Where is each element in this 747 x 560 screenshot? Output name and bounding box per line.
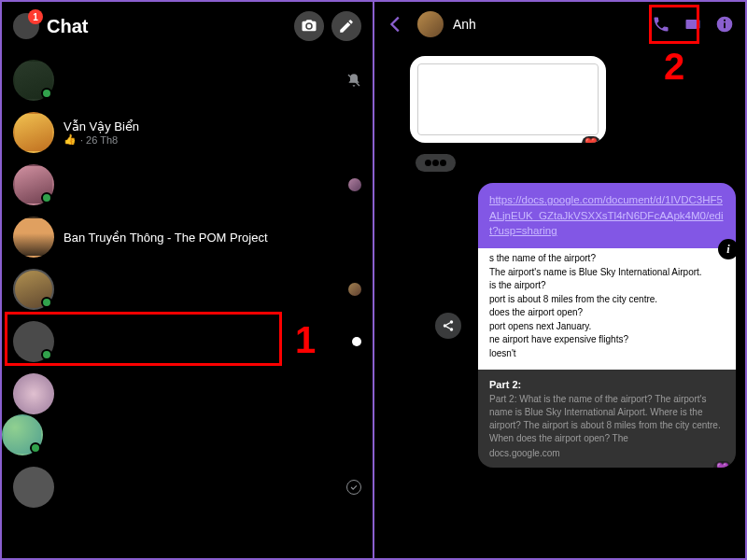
conversation-header: Anh — [374, 2, 745, 47]
share-icon — [442, 319, 455, 332]
compose-button[interactable] — [331, 11, 361, 41]
link-preview-text: s the name of the airport? The airport's… — [478, 248, 736, 370]
camera-icon — [301, 18, 317, 35]
incoming-message[interactable]: ❤️ — [410, 56, 736, 143]
info-icon — [715, 15, 734, 34]
video-icon — [684, 15, 702, 34]
avatar — [2, 414, 43, 455]
chat-item[interactable] — [2, 315, 373, 368]
phone-icon — [652, 15, 670, 34]
contact-name[interactable]: Anh — [453, 17, 642, 32]
avatar — [13, 60, 54, 101]
camera-button[interactable] — [294, 11, 324, 41]
chat-item[interactable]: Vẫn Vậy Biển 👍 · 26 Th8 — [2, 106, 373, 159]
info-button[interactable] — [715, 15, 734, 34]
conversation-panel: Anh ❤️ — [374, 2, 745, 558]
chat-name: Ban Truyền Thông - The POM Project — [63, 231, 361, 245]
chat-item[interactable] — [2, 54, 373, 106]
svg-point-4 — [450, 320, 454, 324]
link-preview-card[interactable]: https://docs.google.com/document/d/1IVDC… — [478, 183, 736, 468]
avatar — [13, 321, 54, 362]
pencil-icon — [338, 18, 355, 35]
chat-item[interactable] — [2, 461, 373, 513]
svg-point-5 — [444, 324, 447, 328]
presence-dot — [41, 297, 52, 308]
seen-indicator — [348, 283, 361, 296]
avatar — [13, 112, 54, 153]
back-arrow-icon — [386, 14, 406, 35]
video-call-button[interactable] — [684, 15, 702, 34]
chat-item[interactable] — [2, 409, 373, 461]
link-url[interactable]: https://docs.google.com/document/d/1IVDC… — [489, 194, 724, 236]
thumb-icon: 👍 — [63, 133, 77, 146]
chat-subtitle: 👍 · 26 Th8 — [63, 133, 361, 146]
chat-item[interactable] — [2, 159, 373, 211]
purple-heart-reaction[interactable]: 💜 — [713, 461, 732, 468]
avatar — [13, 164, 54, 205]
back-button[interactable] — [386, 14, 408, 35]
chat-list-panel: 1 Chat Vẫn Vậy Biển 👍 · 26 Th8 — [2, 2, 374, 558]
page-title: Chat — [47, 16, 287, 37]
svg-point-6 — [450, 328, 454, 331]
heart-reaction[interactable]: ❤️ — [582, 136, 600, 143]
chat-item[interactable] — [2, 263, 373, 315]
unread-dot — [352, 337, 361, 346]
message-image[interactable]: ❤️ — [410, 56, 606, 143]
chat-item[interactable]: Ban Truyền Thông - The POM Project — [2, 211, 373, 263]
share-button[interactable] — [435, 313, 461, 339]
voice-call-button[interactable] — [652, 15, 670, 34]
chat-header: 1 Chat — [2, 2, 373, 50]
contact-avatar[interactable] — [417, 11, 444, 37]
outgoing-message: https://docs.google.com/document/d/1IVDC… — [384, 183, 736, 468]
avatar — [13, 217, 54, 258]
link-preview-footer: Part 2: Part 2: What is the name of the … — [478, 370, 736, 468]
avatar — [13, 269, 54, 310]
seen-indicator — [348, 178, 361, 191]
user-avatar[interactable]: 1 — [13, 13, 39, 39]
conversation-body: ❤️ https://docs.google.com/document/d/1I… — [374, 47, 745, 477]
link-domain: docs.google.com — [489, 448, 725, 458]
svg-rect-2 — [724, 22, 726, 28]
svg-point-3 — [724, 20, 726, 21]
notification-badge: 1 — [28, 9, 43, 24]
presence-dot — [41, 88, 52, 99]
typing-indicator — [416, 154, 456, 172]
info-badge-icon[interactable]: i — [718, 239, 736, 259]
message-bubble: https://docs.google.com/document/d/1IVDC… — [478, 183, 736, 248]
chat-list: Vẫn Vậy Biển 👍 · 26 Th8 Ban Truyền Thông… — [2, 50, 373, 517]
link-description: Part 2: What is the name of the airport?… — [489, 393, 725, 445]
link-title: Part 2: — [489, 379, 725, 390]
svg-line-8 — [446, 326, 450, 328]
presence-dot — [41, 349, 52, 360]
mute-icon — [346, 73, 361, 88]
delivered-check-icon — [346, 480, 361, 495]
svg-line-7 — [446, 322, 450, 324]
chat-name: Vẫn Vậy Biển — [63, 119, 361, 133]
incoming-message — [384, 147, 736, 179]
avatar — [13, 467, 54, 508]
presence-dot — [30, 442, 41, 454]
presence-dot — [41, 192, 52, 203]
